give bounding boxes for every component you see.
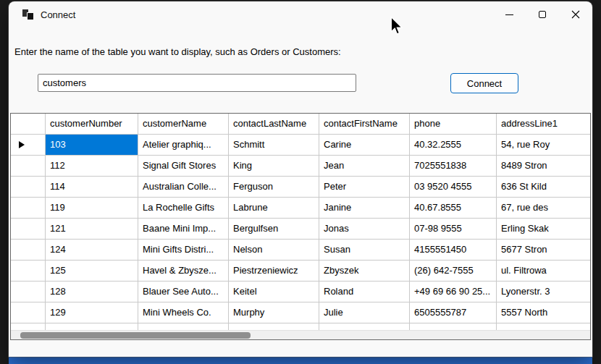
row-header[interactable] [11,135,46,156]
app-icon [22,9,33,20]
data-grid: customerNumbercustomerNamecontactLastNam… [10,113,591,340]
table-row: 121Baane Mini Imp...BergulfsenJonas07-98… [11,219,590,240]
cell-contactLastName[interactable]: Murphy [229,302,319,323]
cell-customerNumber[interactable]: 121 [46,219,138,240]
scrollbar-thumb[interactable] [20,332,251,339]
cell-contactLastName[interactable]: Piestrzeniewicz [229,261,319,282]
table-row: 129Mini Wheels Co.MurphyJulie65055557875… [11,302,590,323]
cell-phone[interactable]: 7025551838 [410,156,497,177]
mouse-cursor [390,16,404,36]
cell-phone[interactable]: +49 69 66 90 25... [410,282,497,302]
cell-customerName[interactable]: Baane Mini Imp... [138,219,229,240]
cell-addressLine1[interactable]: 67, rue des [497,198,591,219]
titlebar[interactable]: Connect [9,1,592,27]
cell-addressLine1[interactable]: 5557 North [497,302,591,323]
grid-header-row: customerNumbercustomerNamecontactLastNam… [11,114,590,135]
window-title: Connect [41,9,75,20]
cell-addressLine1[interactable]: 636 St Kild [497,177,591,198]
table-row: 124Mini Gifts Distri...NelsonSusan415555… [11,240,590,261]
cell-contactFirstName[interactable]: Janine [319,198,410,219]
column-header-customerName[interactable]: customerName [138,114,229,135]
minimize-button[interactable] [492,1,526,27]
cell-contactLastName[interactable]: Keitel [229,282,319,302]
cell-customerNumber[interactable]: 103 [46,135,138,156]
cell-customerNumber[interactable]: 119 [46,198,138,219]
cell-customerName[interactable]: Mini Wheels Co. [138,302,229,323]
cell-phone[interactable]: 40.67.8555 [410,198,497,219]
cell-contactLastName[interactable]: King [229,156,319,177]
cell-addressLine1[interactable]: 8489 Stron [497,156,591,177]
cell-contactLastName[interactable]: Nelson [229,240,319,261]
caption-buttons [492,1,592,27]
cell-addressLine1[interactable]: 5677 Stron [497,240,591,261]
row-header[interactable] [11,219,46,240]
cell-customerNumber[interactable]: 125 [46,261,138,282]
cell-contactLastName[interactable]: Bergulfsen [229,219,319,240]
cell-phone[interactable]: 07-98 9555 [410,219,497,240]
cell-customerName[interactable]: Signal Gift Stores [138,156,229,177]
column-header-phone[interactable]: phone [410,114,497,135]
connect-button[interactable]: Connect [450,73,518,93]
cell-phone[interactable]: 4155551450 [410,240,497,261]
cell-contactFirstName[interactable]: Zbyszek [319,261,410,282]
cell-contactLastName[interactable]: Ferguson [229,177,319,198]
cell-customerName[interactable]: Havel & Zbysze... [138,261,229,282]
column-header-contactFirstName[interactable]: contactFirstName [319,114,410,135]
row-header[interactable] [11,156,46,177]
cell-customerNumber[interactable]: 128 [46,282,138,302]
cell-contactFirstName[interactable]: Carine [319,135,410,156]
column-header-customerNumber[interactable]: customerNumber [46,114,138,135]
column-header-contactLastName[interactable]: contactLastName [229,114,319,135]
cell-phone[interactable]: 6505555787 [410,302,497,323]
row-header[interactable] [11,177,46,198]
cell-contactFirstName[interactable]: Roland [319,282,410,302]
cell-customerName[interactable]: Australian Colle... [138,177,229,198]
cell-phone[interactable]: 40.32.2555 [410,135,497,156]
cell-customerName[interactable]: Mini Gifts Distri... [138,240,229,261]
current-row-marker-icon [19,141,25,148]
maximize-button[interactable] [526,1,559,27]
row-header[interactable] [11,240,46,261]
cell-contactFirstName[interactable]: Julie [319,302,410,323]
cell-customerNumber[interactable]: 114 [46,177,138,198]
cell-addressLine1[interactable]: 54, rue Roy [497,135,591,156]
cell-contactFirstName[interactable]: Peter [319,177,410,198]
cell-customerName[interactable]: Atelier graphiq... [138,135,229,156]
cell-phone[interactable]: (26) 642-7555 [410,261,497,282]
cell-customerNumber[interactable]: 129 [46,302,138,323]
table-row: 128Blauer See Auto...KeitelRoland+49 69 … [11,282,590,302]
instruction-label: Enter the name of the table you want to … [14,46,341,57]
cell-contactFirstName[interactable]: Jonas [319,219,410,240]
cell-contactFirstName[interactable]: Jean [319,156,410,177]
cell-customerNumber[interactable]: 112 [46,156,138,177]
column-header-addressLine1[interactable]: addressLine1 [497,114,591,135]
minimize-icon [505,14,513,15]
cell-customerNumber[interactable]: 124 [46,240,138,261]
cell-contactFirstName[interactable]: Susan [319,240,410,261]
table-row: 103Atelier graphiq...SchmittCarine40.32.… [11,135,590,156]
maximize-icon [539,11,546,18]
grid-body: 103Atelier graphiq...SchmittCarine40.32.… [11,135,590,339]
cell-addressLine1[interactable]: Erling Skak [497,219,591,240]
table-row: 112Signal Gift StoresKingJean70255518388… [11,156,590,177]
cell-phone[interactable]: 03 9520 4555 [410,177,497,198]
horizontal-scrollbar[interactable] [11,330,590,339]
cell-contactLastName[interactable]: Labrune [229,198,319,219]
row-header[interactable] [11,302,46,323]
table-name-input[interactable] [38,74,356,92]
grid-corner-cell[interactable] [11,114,46,135]
app-window: Connect Enter the name of the table you … [9,1,592,357]
row-header[interactable] [11,261,46,282]
table-row: 119La Rochelle GiftsLabruneJanine40.67.8… [11,198,590,219]
cell-customerName[interactable]: Blauer See Auto... [138,282,229,302]
cell-contactLastName[interactable]: Schmitt [229,135,319,156]
row-header[interactable] [11,282,46,302]
close-icon [571,10,580,19]
cell-customerName[interactable]: La Rochelle Gifts [138,198,229,219]
cell-addressLine1[interactable]: Lyonerstr. 3 [497,282,591,302]
table-row: 125Havel & Zbysze...PiestrzeniewiczZbysz… [11,261,590,282]
close-button[interactable] [559,1,592,27]
table-row: 114Australian Colle...FergusonPeter03 95… [11,177,590,198]
row-header[interactable] [11,198,46,219]
cell-addressLine1[interactable]: ul. Filtrowa [497,261,591,282]
